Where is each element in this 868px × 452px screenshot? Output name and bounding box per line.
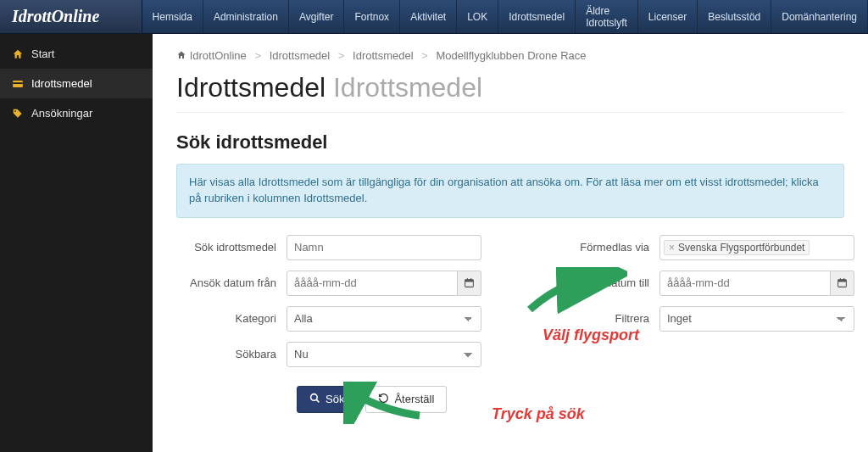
svg-rect-4	[465, 280, 474, 282]
formedlas-via-input[interactable]: × Svenska Flygsportförbundet	[659, 235, 854, 260]
svg-line-12	[316, 399, 319, 402]
calendar-icon[interactable]	[458, 271, 481, 296]
page-title-main: Idrottsmedel	[176, 72, 326, 103]
aterstall-button[interactable]: Återställ	[365, 386, 447, 413]
page-title: Idrottsmedel Idrottsmedel	[176, 72, 844, 103]
sidebar-item-label: Idrottsmedel	[31, 77, 92, 90]
tag-flygsport: × Svenska Flygsportförbundet	[664, 240, 810, 255]
sidebar-item-start[interactable]: Start	[0, 39, 153, 69]
search-icon	[309, 393, 320, 406]
nav-idrottsmedel[interactable]: Idrottsmedel	[498, 0, 576, 33]
nav-aldre[interactable]: Äldre Idrottslyft	[576, 0, 638, 33]
breadcrumb-item[interactable]: Idrottsmedel	[353, 49, 414, 62]
nav-lok[interactable]: LOK	[457, 0, 498, 33]
kategori-select[interactable]: Alla	[287, 306, 481, 332]
label-via: Förmedlas via	[515, 241, 659, 254]
home-icon	[12, 48, 24, 60]
button-label: Sök	[326, 393, 344, 405]
svg-point-11	[311, 393, 318, 400]
breadcrumb-item: Modellflygklubben Drone Race	[436, 49, 586, 62]
chevron-right-icon: >	[421, 49, 428, 62]
card-icon	[12, 78, 24, 90]
filtrera-select[interactable]: Inget	[659, 306, 854, 332]
nav-domanhantering[interactable]: Domänhantering	[771, 0, 868, 33]
section-title: Sök idrottsmedel	[176, 131, 844, 153]
sok-button[interactable]: Sök	[297, 386, 357, 413]
info-message: Här visas alla Idrottsmedel som är tillg…	[176, 164, 844, 218]
date-from-input[interactable]	[287, 271, 458, 296]
search-name-input[interactable]	[287, 235, 481, 260]
sidebar-item-idrottsmedel[interactable]: Idrottsmedel	[0, 69, 153, 98]
nav-menu: Hemsida Administration Avgifter Fortnox …	[142, 0, 868, 33]
search-form: Sök idrottsmedel Förmedlas via × Svenska…	[176, 235, 844, 367]
label-kategori: Kategori	[176, 312, 287, 325]
sokbara-select[interactable]: Nu	[287, 342, 481, 367]
sidebar: Start Idrottsmedel Ansökningar	[0, 34, 153, 452]
svg-point-2	[14, 110, 16, 112]
tag-icon	[12, 108, 24, 120]
label-filtrera: Filtrera	[515, 312, 659, 325]
label-from: Ansök datum från	[176, 276, 287, 289]
button-row: Sök Återställ	[297, 386, 844, 413]
chevron-right-icon: >	[338, 49, 345, 62]
nav-avgifter[interactable]: Avgifter	[289, 0, 344, 33]
logo: IdrottOnline	[0, 0, 142, 33]
remove-tag-icon[interactable]: ×	[669, 242, 675, 254]
top-nav: IdrottOnline Hemsida Administration Avgi…	[0, 0, 868, 34]
label-to: Ansök datum till	[515, 276, 659, 289]
sidebar-item-ansokningar[interactable]: Ansökningar	[0, 98, 153, 128]
calendar-icon[interactable]	[831, 271, 854, 296]
nav-hemsida[interactable]: Hemsida	[142, 0, 203, 33]
nav-administration[interactable]: Administration	[203, 0, 289, 33]
nav-fortnox[interactable]: Fortnox	[344, 0, 400, 33]
label-sokbara: Sökbara	[176, 348, 287, 360]
divider	[176, 112, 844, 113]
breadcrumb: IdrottOnline > Idrottsmedel > Idrottsmed…	[176, 49, 844, 62]
label-name: Sök idrottsmedel	[176, 241, 287, 254]
chevron-right-icon: >	[254, 49, 261, 62]
nav-beslutsstod[interactable]: Beslutsstöd	[698, 0, 771, 33]
svg-rect-8	[838, 280, 847, 282]
nav-licenser[interactable]: Licenser	[638, 0, 698, 33]
nav-aktivitet[interactable]: Aktivitet	[400, 0, 457, 33]
button-label: Återställ	[394, 393, 434, 405]
sidebar-item-label: Start	[31, 47, 54, 60]
tag-label: Svenska Flygsportförbundet	[678, 242, 804, 254]
date-to-input[interactable]	[659, 271, 831, 296]
undo-icon	[378, 393, 389, 406]
breadcrumb-item[interactable]: IdrottOnline	[190, 49, 247, 62]
main-content: IdrottOnline > Idrottsmedel > Idrottsmed…	[153, 34, 868, 452]
home-icon	[176, 49, 190, 62]
svg-rect-1	[13, 82, 23, 84]
page-title-sub: Idrottsmedel	[333, 72, 482, 103]
sidebar-item-label: Ansökningar	[31, 107, 92, 120]
breadcrumb-item[interactable]: Idrottsmedel	[270, 49, 331, 62]
